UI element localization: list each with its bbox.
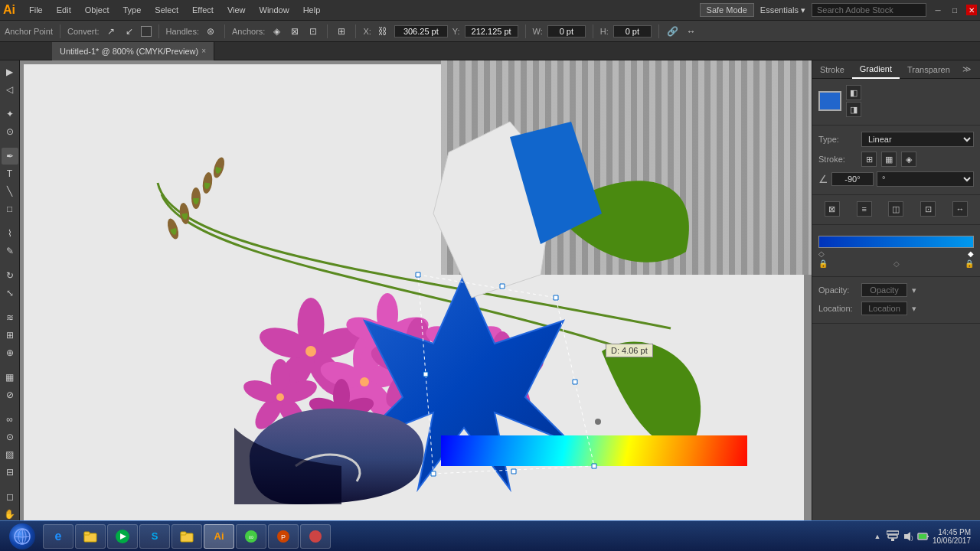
menu-file[interactable]: File <box>23 4 49 16</box>
free-transform-tool[interactable]: ⊞ <box>2 327 18 344</box>
menu-edit[interactable]: Edit <box>51 4 77 16</box>
menu-select[interactable]: Select <box>149 4 185 16</box>
scale-tool[interactable]: ⤡ <box>2 285 18 302</box>
rect-tool[interactable]: □ <box>2 201 18 217</box>
opacity-input[interactable] <box>861 283 907 297</box>
artwork-canvas[interactable] <box>20 60 812 530</box>
close-button[interactable]: ✕ <box>966 5 977 15</box>
magic-wand-tool[interactable]: ✦ <box>2 106 18 122</box>
eraser-tool[interactable]: ◻ <box>2 488 18 505</box>
network-icon[interactable] <box>887 530 899 543</box>
w-value-input[interactable] <box>547 25 586 37</box>
anchors-icon[interactable]: ◈ <box>270 24 283 38</box>
media-player-taskbar-btn[interactable] <box>107 524 138 549</box>
doc-tab-close-btn[interactable]: × <box>201 47 206 55</box>
gradient-options-btn4[interactable]: ⊡ <box>920 201 936 217</box>
folder-taskbar-btn[interactable] <box>172 524 202 549</box>
anchors-icon3[interactable]: ⊡ <box>306 24 320 38</box>
ie-taskbar-btn[interactable]: e <box>43 524 74 549</box>
skype-taskbar-btn[interactable]: S <box>139 524 170 549</box>
start-orb[interactable] <box>9 523 35 549</box>
app7-taskbar-btn[interactable]: P <box>268 524 299 549</box>
panel-expand-btn[interactable]: ≫ <box>958 64 976 74</box>
explorer-taskbar-btn[interactable] <box>75 524 106 549</box>
direct-selection-tool[interactable]: ◁ <box>2 81 18 98</box>
gradient-type-select[interactable]: Linear Radial None <box>861 132 974 147</box>
shape-builder-tool[interactable]: ⊕ <box>2 344 18 361</box>
angle-unit-select[interactable]: ° <box>877 171 974 187</box>
tab-transparency[interactable]: Transparen <box>900 60 958 79</box>
column-graph-tool[interactable]: ▨ <box>2 446 18 463</box>
handles-icon[interactable]: ⊛ <box>204 24 217 38</box>
app8-taskbar-btn[interactable] <box>300 524 331 549</box>
menu-view[interactable]: View <box>221 4 252 16</box>
lasso-tool[interactable]: ⊙ <box>2 123 18 140</box>
show-hidden-icons-btn[interactable]: ▲ <box>871 530 884 543</box>
gradient-angle-input[interactable] <box>831 172 874 186</box>
gradient-right-marker[interactable]: 🔒 <box>965 259 974 268</box>
canvas-area[interactable]: D: 4.06 pt <box>20 60 812 530</box>
illustrator-taskbar-btn[interactable]: Ai <box>204 524 234 549</box>
paintbrush-tool[interactable]: ⌇ <box>2 225 18 242</box>
slice-tool[interactable]: ⊟ <box>2 464 18 481</box>
pen-tool[interactable]: ✒ <box>2 148 18 165</box>
menu-effect[interactable]: Effect <box>186 4 220 16</box>
type-tool[interactable]: T <box>2 165 18 182</box>
gradient-options-btn1[interactable]: ⊠ <box>825 201 840 217</box>
tab-gradient[interactable]: Gradient <box>852 60 900 79</box>
panel-menu-btn[interactable]: ≡ <box>976 65 980 74</box>
gradient-mid-marker[interactable]: ◇ <box>893 259 900 268</box>
gradient-bar[interactable] <box>818 236 974 248</box>
gradient-bar-container[interactable]: ◇ ◆ 🔒 ◇ 🔒 <box>818 236 974 269</box>
gradient-color-stop[interactable] <box>818 91 841 111</box>
menu-object[interactable]: Object <box>79 4 116 16</box>
menu-window[interactable]: Window <box>253 4 296 16</box>
stroke-icon-btn3[interactable]: ◈ <box>901 152 916 167</box>
system-clock[interactable]: 14:45 PM 10/06/2017 <box>933 528 971 545</box>
volume-icon[interactable]: ) <box>902 530 914 543</box>
location-arrow[interactable]: ▾ <box>912 304 916 314</box>
y-value-input[interactable] <box>465 25 518 37</box>
gradient-icon-btn1[interactable]: ◧ <box>846 85 861 100</box>
h-value-input[interactable] <box>613 25 652 37</box>
essentials-btn[interactable]: Essentials ▾ <box>760 5 805 15</box>
anchors-icon2[interactable]: ⊠ <box>288 24 302 38</box>
line-tool[interactable]: ╲ <box>2 183 18 200</box>
gradient-mesh-tool[interactable]: ▦ <box>2 369 18 386</box>
stroke-icon-btn2[interactable]: ▦ <box>881 152 897 167</box>
transform-option-icon[interactable]: ↔ <box>684 24 698 38</box>
gradient-stop-right[interactable]: ◆ <box>968 249 974 258</box>
gradient-icon-btn2[interactable]: ◨ <box>846 102 861 117</box>
tab-stroke[interactable]: Stroke <box>812 60 852 79</box>
convert-swatch[interactable] <box>141 26 152 37</box>
blend-tool[interactable]: ∞ <box>2 411 18 428</box>
app6-taskbar-btn[interactable]: ∞ <box>236 524 266 549</box>
width-tool[interactable]: ≋ <box>2 309 18 326</box>
x-value-input[interactable] <box>394 25 448 37</box>
minimize-button[interactable]: ─ <box>933 5 943 15</box>
gradient-stop-left[interactable]: ◇ <box>818 249 825 258</box>
battery-icon[interactable] <box>917 530 929 543</box>
document-tab[interactable]: Untitled-1* @ 800% (CMYK/Preview) × <box>52 42 214 60</box>
start-button[interactable] <box>3 523 41 550</box>
menu-type[interactable]: Type <box>117 4 148 16</box>
stock-search-input[interactable] <box>812 3 926 17</box>
rotate-tool[interactable]: ↻ <box>2 267 18 284</box>
link-icon[interactable]: 🔗 <box>666 24 680 38</box>
convert-icon2[interactable]: ↙ <box>122 24 136 38</box>
pencil-tool[interactable]: ✎ <box>2 243 18 259</box>
maximize-button[interactable]: □ <box>949 5 960 15</box>
convert-icon1[interactable]: ↗ <box>104 24 118 38</box>
menu-help[interactable]: Help <box>297 4 327 16</box>
transform-icon[interactable]: ⊞ <box>335 24 348 38</box>
gradient-options-btn3[interactable]: ◫ <box>888 201 903 217</box>
selection-tool[interactable]: ▶ <box>2 64 18 80</box>
location-input[interactable] <box>861 302 907 315</box>
gradient-left-marker[interactable]: 🔒 <box>818 259 828 268</box>
symbol-sprayer-tool[interactable]: ⊙ <box>2 429 18 445</box>
opacity-arrow[interactable]: ▾ <box>912 285 916 295</box>
gradient-options-btn2[interactable]: ≡ <box>857 201 872 217</box>
stroke-icon-btn1[interactable]: ⊞ <box>861 152 877 167</box>
eyedropper-tool[interactable]: ⊘ <box>2 386 18 403</box>
reverse-gradient-btn[interactable]: ↔ <box>952 201 968 217</box>
